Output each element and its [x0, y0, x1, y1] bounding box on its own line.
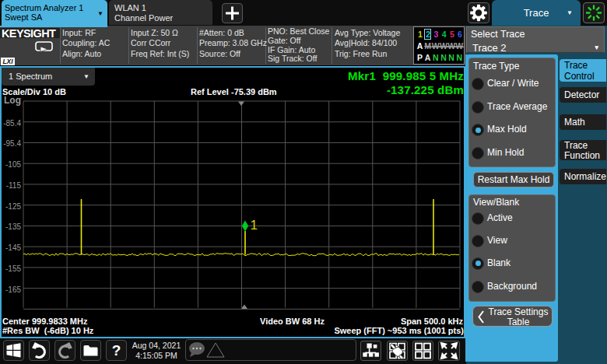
svg-text:1: 1 [251, 218, 258, 233]
